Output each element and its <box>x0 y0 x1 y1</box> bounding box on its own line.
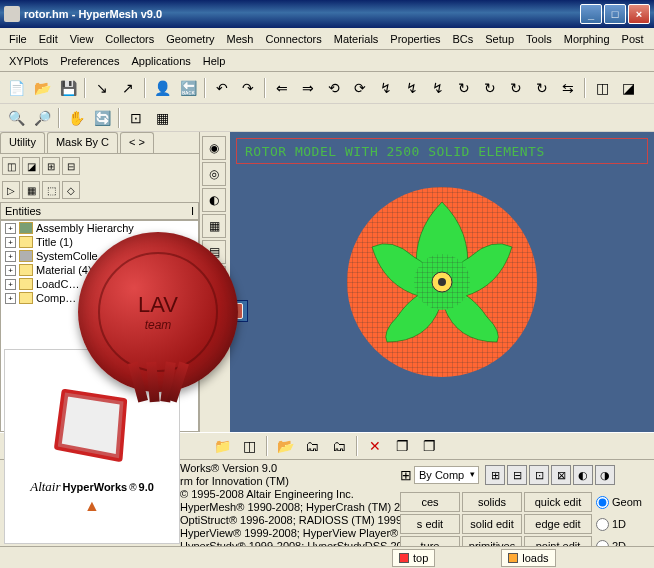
pan-icon[interactable]: ✋ <box>64 106 88 130</box>
menu-applications[interactable]: Applications <box>125 52 196 70</box>
status-top[interactable]: top <box>392 549 435 567</box>
menu-file[interactable]: File <box>3 30 33 48</box>
persp-icon[interactable]: ◪ <box>616 76 640 100</box>
status-loads[interactable]: loads <box>501 549 555 567</box>
rotate-icon[interactable]: 🔄 <box>90 106 114 130</box>
display-cube-0[interactable]: ⊞ <box>485 465 505 485</box>
menu-xyplots[interactable]: XYPlots <box>3 52 54 70</box>
vt-hidden-icon[interactable]: ◐ <box>202 188 226 212</box>
cube4-button[interactable]: ⊟ <box>62 157 80 175</box>
rotate-right-icon[interactable]: ↷ <box>236 76 260 100</box>
axis-xy-icon[interactable]: ↯ <box>374 76 398 100</box>
tab-mask[interactable]: Mask By C <box>47 132 118 153</box>
cube2-button[interactable]: ◪ <box>22 157 40 175</box>
tab-nav[interactable]: < > <box>120 132 154 153</box>
tree-item[interactable]: +Title (1) <box>1 235 198 249</box>
pt-button[interactable]: ◇ <box>62 181 80 199</box>
zoom-out-icon[interactable]: 🔎 <box>30 106 54 130</box>
iso-icon[interactable]: ↻ <box>530 76 554 100</box>
minimize-button[interactable]: _ <box>580 4 602 24</box>
menu-collectors[interactable]: Collectors <box>99 30 160 48</box>
open2-icon[interactable]: 📂 <box>273 434 297 458</box>
vt-shade-icon[interactable]: ◉ <box>202 136 226 160</box>
menu-post[interactable]: Post <box>616 30 650 48</box>
radio-geom[interactable]: Geom <box>594 492 644 512</box>
arrow-button[interactable]: ▷ <box>2 181 20 199</box>
axis-xz-icon[interactable]: ↯ <box>426 76 450 100</box>
folders-icon[interactable]: 🗂 <box>327 434 351 458</box>
panel-btn-1-2[interactable]: edge edit <box>524 514 592 534</box>
panel-btn-0-1[interactable]: solids <box>462 492 522 512</box>
menu-help[interactable]: Help <box>197 52 232 70</box>
menu-materials[interactable]: Materials <box>328 30 385 48</box>
vt-solid-icon[interactable]: ▦ <box>202 214 226 238</box>
rot-yz-icon[interactable]: ⟳ <box>348 76 372 100</box>
radio-1d[interactable]: 1D <box>594 514 644 534</box>
export-icon[interactable]: ↗ <box>116 76 140 100</box>
folder-icon[interactable]: 📁 <box>210 434 234 458</box>
panel-tabs: Utility Mask By C < > <box>0 132 199 154</box>
menu-mesh[interactable]: Mesh <box>221 30 260 48</box>
panel-btn-0-2[interactable]: quick edit <box>524 492 592 512</box>
menu-morphing[interactable]: Morphing <box>558 30 616 48</box>
display-cube-4[interactable]: ◐ <box>573 465 593 485</box>
display-cube-3[interactable]: ⊠ <box>551 465 571 485</box>
view-y-icon[interactable]: ↻ <box>478 76 502 100</box>
tree-item[interactable]: +Assembly Hierarchy <box>1 221 198 235</box>
vt-mesh-icon[interactable]: ▤ <box>202 240 226 264</box>
new-icon[interactable]: 📄 <box>4 76 28 100</box>
canvas-3d[interactable]: ROTOR MODEL WITH 2500 SOLID ELEMENTS <box>230 132 654 432</box>
menu-bcs[interactable]: BCs <box>447 30 480 48</box>
reverse-icon[interactable]: ⇆ <box>556 76 580 100</box>
save-icon[interactable]: 💾 <box>56 76 80 100</box>
close-button[interactable]: × <box>628 4 650 24</box>
axis-yz-icon[interactable]: ↯ <box>400 76 424 100</box>
open-icon[interactable]: 📂 <box>30 76 54 100</box>
panel-btn-1-0[interactable]: s edit <box>400 514 460 534</box>
sel-button[interactable]: ⬚ <box>42 181 60 199</box>
dup-icon[interactable]: ❐ <box>417 434 441 458</box>
view-x-icon[interactable]: ↻ <box>452 76 476 100</box>
panel-btn-1-1[interactable]: solid edit <box>462 514 522 534</box>
display-cube-1[interactable]: ⊟ <box>507 465 527 485</box>
maximize-button[interactable]: □ <box>604 4 626 24</box>
ortho-icon[interactable]: ◫ <box>590 76 614 100</box>
tree-item[interactable]: +Material (4) <box>1 263 198 277</box>
import-icon[interactable]: ↘ <box>90 76 114 100</box>
filter-select[interactable]: By Comp <box>414 466 479 484</box>
menu-properties[interactable]: Properties <box>384 30 446 48</box>
cube-button[interactable]: ◫ <box>2 157 20 175</box>
menu-connectors[interactable]: Connectors <box>259 30 327 48</box>
tab-utility[interactable]: Utility <box>0 132 45 153</box>
menu-preferences[interactable]: Preferences <box>54 52 125 70</box>
menu-edit[interactable]: Edit <box>33 30 64 48</box>
panel-btn-0-0[interactable]: ces <box>400 492 460 512</box>
tree-item[interactable]: +SystemColle… <box>1 249 198 263</box>
cube3-button[interactable]: ⊞ <box>42 157 60 175</box>
popup-close-button[interactable]: × <box>225 303 243 319</box>
fit-icon[interactable]: ⊡ <box>124 106 148 130</box>
boxes-icon[interactable]: ❐ <box>390 434 414 458</box>
menu-tools[interactable]: Tools <box>520 30 558 48</box>
undo-icon[interactable]: 🔙 <box>176 76 200 100</box>
zoom-in-icon[interactable]: 🔍 <box>4 106 28 130</box>
menu-view[interactable]: View <box>64 30 100 48</box>
menu-geometry[interactable]: Geometry <box>160 30 220 48</box>
arrow-right-icon[interactable]: ⇒ <box>296 76 320 100</box>
mesh-button[interactable]: ▦ <box>22 181 40 199</box>
display-cube-5[interactable]: ◑ <box>595 465 615 485</box>
menu-setup[interactable]: Setup <box>479 30 520 48</box>
tree-item[interactable]: +LoadC… <box>1 277 198 291</box>
view-z-icon[interactable]: ↻ <box>504 76 528 100</box>
display-cube-2[interactable]: ⊡ <box>529 465 549 485</box>
rotate-left-icon[interactable]: ↶ <box>210 76 234 100</box>
rot-xy-icon[interactable]: ⟲ <box>322 76 346 100</box>
selection-icon[interactable]: ▦ <box>150 106 174 130</box>
vt-wire-icon[interactable]: ◎ <box>202 162 226 186</box>
files-icon[interactable]: 🗂 <box>300 434 324 458</box>
delete-icon[interactable]: ✕ <box>363 434 387 458</box>
print-icon[interactable]: 👤 <box>150 76 174 100</box>
vt-trans-icon[interactable]: ◫ <box>202 266 226 290</box>
arrow-left-icon[interactable]: ⇐ <box>270 76 294 100</box>
cube-icon[interactable]: ◫ <box>237 434 261 458</box>
